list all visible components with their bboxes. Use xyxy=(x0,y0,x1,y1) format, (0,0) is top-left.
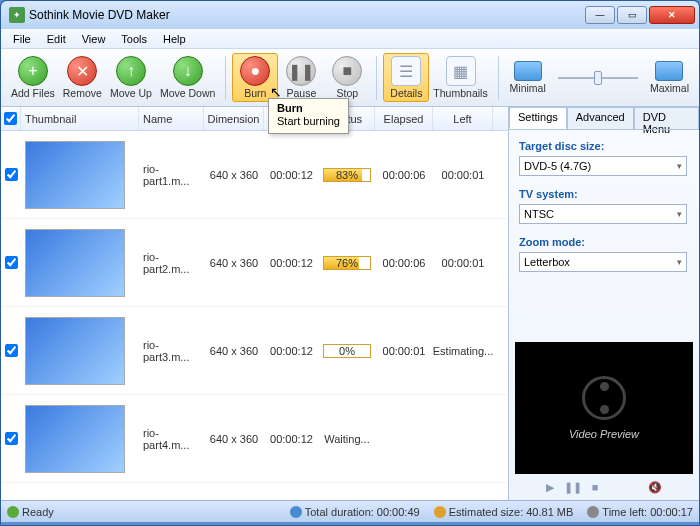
row-duration: 00:00:12 xyxy=(264,395,319,482)
row-name: rio-part1.m... xyxy=(139,131,204,218)
tab-dvd-menu[interactable]: DVD Menu xyxy=(634,107,699,129)
target-disc-label: Target disc size: xyxy=(519,140,689,152)
thumbnails-view-button[interactable]: ▦Thumbnails xyxy=(429,53,491,102)
plus-icon: + xyxy=(18,56,48,86)
details-view-button[interactable]: ☰Details xyxy=(383,53,429,102)
window-title: Sothink Movie DVD Maker xyxy=(29,8,585,22)
burn-tooltip: Burn Start burning xyxy=(268,98,349,134)
stop-icon: ■ xyxy=(332,56,362,86)
timer-icon xyxy=(587,506,599,518)
arrow-up-icon: ↑ xyxy=(116,56,146,86)
disc-icon xyxy=(434,506,446,518)
status-ready-icon xyxy=(7,506,19,518)
row-elapsed: 00:00:06 xyxy=(375,219,433,306)
add-files-button[interactable]: +Add Files xyxy=(7,53,59,102)
arrow-down-icon: ↓ xyxy=(173,56,203,86)
row-checkbox[interactable] xyxy=(5,432,18,445)
row-checkbox[interactable] xyxy=(5,256,18,269)
row-dimension: 640 x 360 xyxy=(204,395,264,482)
preview-controls: ▶ ❚❚ ■ 🔇 xyxy=(509,474,699,500)
row-duration: 00:00:12 xyxy=(264,307,319,394)
menu-help[interactable]: Help xyxy=(155,31,194,47)
row-thumbnail xyxy=(25,229,125,297)
preview-pause-button[interactable]: ❚❚ xyxy=(564,481,582,494)
est-size-label: Estimated size: xyxy=(449,506,524,518)
table-row[interactable]: rio-part2.m... 640 x 360 00:00:12 76% 00… xyxy=(1,219,508,307)
row-thumbnail xyxy=(25,141,125,209)
table-row[interactable]: rio-part4.m... 640 x 360 00:00:12 Waitin… xyxy=(1,395,508,483)
tab-advanced[interactable]: Advanced xyxy=(567,107,634,129)
minimize-button[interactable]: — xyxy=(585,6,615,24)
settings-pane: Settings Advanced DVD Menu Target disc s… xyxy=(509,107,699,500)
row-left xyxy=(433,395,493,482)
header-dimension[interactable]: Dimension xyxy=(204,107,264,130)
select-all-checkbox[interactable] xyxy=(4,112,17,125)
zoom-mode-label: Zoom mode: xyxy=(519,236,689,248)
row-dimension: 640 x 360 xyxy=(204,131,264,218)
pause-icon: ❚❚ xyxy=(286,56,316,86)
chevron-down-icon: ▾ xyxy=(677,209,682,219)
menu-tools[interactable]: Tools xyxy=(113,31,155,47)
header-name[interactable]: Name xyxy=(139,107,204,130)
status-ready: Ready xyxy=(22,506,54,518)
row-name: rio-part2.m... xyxy=(139,219,204,306)
target-disc-select[interactable]: DVD-5 (4.7G)▾ xyxy=(519,156,687,176)
thumbnails-icon: ▦ xyxy=(446,56,476,86)
file-rows: rio-part1.m... 640 x 360 00:00:12 83% 00… xyxy=(1,131,508,500)
row-duration: 00:00:12 xyxy=(264,219,319,306)
zoom-mode-select[interactable]: Letterbox▾ xyxy=(519,252,687,272)
time-left-label: Time left: xyxy=(602,506,647,518)
row-elapsed: 00:00:01 xyxy=(375,307,433,394)
tooltip-title: Burn xyxy=(277,102,340,114)
file-list-pane: Thumbnail Name Dimension Duration Status… xyxy=(1,107,509,500)
header-thumbnail[interactable]: Thumbnail xyxy=(21,107,139,130)
remove-button[interactable]: ✕Remove xyxy=(59,53,106,102)
preview-stop-button[interactable]: ■ xyxy=(592,481,599,493)
settings-tabs: Settings Advanced DVD Menu xyxy=(509,107,699,129)
chevron-down-icon: ▾ xyxy=(677,257,682,267)
row-thumbnail xyxy=(25,317,125,385)
move-up-button[interactable]: ↑Move Up xyxy=(106,53,156,102)
toolbar: +Add Files ✕Remove ↑Move Up ↓Move Down ●… xyxy=(1,49,699,107)
total-duration-value: 00:00:49 xyxy=(377,506,420,518)
table-row[interactable]: rio-part1.m... 640 x 360 00:00:12 83% 00… xyxy=(1,131,508,219)
pause-button[interactable]: ❚❚Pause xyxy=(278,53,324,102)
row-left: Estimating... xyxy=(433,307,493,394)
tv-system-select[interactable]: NTSC▾ xyxy=(519,204,687,224)
chevron-down-icon: ▾ xyxy=(677,161,682,171)
titlebar: ✦ Sothink Movie DVD Maker — ▭ ✕ xyxy=(1,1,699,29)
maximal-button[interactable]: Maximal xyxy=(646,58,693,97)
tv-system-label: TV system: xyxy=(519,188,689,200)
clock-icon xyxy=(290,506,302,518)
minimal-button[interactable]: Minimal xyxy=(505,58,551,97)
time-left-value: 00:00:17 xyxy=(650,506,693,518)
menubar: File Edit View Tools Help xyxy=(1,29,699,49)
minimal-icon xyxy=(514,61,542,81)
video-preview: Video Preview xyxy=(515,342,693,474)
thumbnail-size-slider[interactable] xyxy=(551,77,646,79)
details-icon: ☰ xyxy=(391,56,421,86)
move-down-button[interactable]: ↓Move Down xyxy=(156,53,219,102)
maximize-button[interactable]: ▭ xyxy=(617,6,647,24)
column-headers: Thumbnail Name Dimension Duration Status… xyxy=(1,107,508,131)
total-duration-label: Total duration: xyxy=(305,506,374,518)
est-size-value: 40.81 MB xyxy=(526,506,573,518)
tab-settings[interactable]: Settings xyxy=(509,107,567,129)
row-checkbox[interactable] xyxy=(5,168,18,181)
preview-play-button[interactable]: ▶ xyxy=(546,481,554,494)
menu-view[interactable]: View xyxy=(74,31,114,47)
row-checkbox[interactable] xyxy=(5,344,18,357)
row-name: rio-part4.m... xyxy=(139,395,204,482)
row-dimension: 640 x 360 xyxy=(204,219,264,306)
status-bar: Ready Total duration: 00:00:49 Estimated… xyxy=(1,500,699,522)
close-button[interactable]: ✕ xyxy=(649,6,695,24)
header-left[interactable]: Left xyxy=(433,107,493,130)
menu-file[interactable]: File xyxy=(5,31,39,47)
menu-edit[interactable]: Edit xyxy=(39,31,74,47)
header-elapsed[interactable]: Elapsed xyxy=(375,107,433,130)
row-duration: 00:00:12 xyxy=(264,131,319,218)
preview-volume-button[interactable]: 🔇 xyxy=(648,481,662,494)
table-row[interactable]: rio-part3.m... 640 x 360 00:00:12 0% 00:… xyxy=(1,307,508,395)
progress-bar: 83% xyxy=(323,168,371,182)
stop-button[interactable]: ■Stop xyxy=(324,53,370,102)
